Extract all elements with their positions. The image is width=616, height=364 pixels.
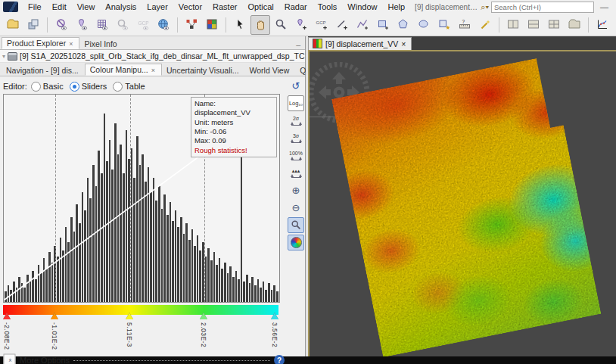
select-tool-button[interactable] xyxy=(230,15,250,35)
pinplus-icon xyxy=(295,18,308,31)
tool-window-tab-row: Navigation - [9] dis...Colour Manipu...×… xyxy=(0,63,305,76)
editor-radio-group: BasicSlidersTable xyxy=(31,82,145,92)
image-view-tab[interactable]: [9] displacement_VV × xyxy=(308,37,412,50)
tab-colour-manipu[interactable]: Colour Manipu...× xyxy=(85,64,162,76)
colour-slider-handle-4[interactable] xyxy=(271,313,278,319)
menu-analysis[interactable]: Analysis xyxy=(100,2,142,12)
close-icon[interactable]: × xyxy=(151,67,155,74)
layer-manager-button[interactable] xyxy=(23,15,43,35)
magic-wand-button[interactable] xyxy=(475,15,495,35)
menu-tools[interactable]: Tools xyxy=(313,2,343,12)
tree-expand-icon[interactable]: ▾ xyxy=(2,53,5,60)
figure-insert-tool-button[interactable] xyxy=(434,15,454,35)
folder-icon xyxy=(7,18,20,31)
menu-help[interactable]: Help xyxy=(382,2,410,12)
scene-viewer[interactable] xyxy=(308,50,616,356)
ellipse-tool-button[interactable] xyxy=(414,15,434,35)
graticule-overlay-toggle[interactable] xyxy=(92,15,112,35)
pin-insert-tool-button[interactable] xyxy=(291,15,311,35)
profile-plot-button[interactable] xyxy=(593,15,612,35)
menu-optical[interactable]: Optical xyxy=(242,2,278,12)
open-product-button[interactable] xyxy=(3,15,23,35)
graph-builder-button[interactable] xyxy=(182,15,201,35)
zoom-out-vertical-button[interactable]: ⊖ xyxy=(288,200,304,216)
chart-icon xyxy=(596,18,609,31)
colour-slider-handle-1[interactable] xyxy=(51,313,58,319)
mini-slider-icon xyxy=(291,174,301,178)
tile-grid-button[interactable] xyxy=(544,15,564,35)
tile-horizontally-button[interactable] xyxy=(524,15,543,35)
colour-slider-handle-0[interactable] xyxy=(3,313,11,319)
pan-tool-button[interactable] xyxy=(250,15,270,35)
tab-product-explorer[interactable]: Product Explorer× xyxy=(2,37,79,49)
no-data-overlay-toggle[interactable] xyxy=(51,15,71,35)
colour-slider-handle-2[interactable] xyxy=(126,313,133,319)
reset-to-defaults-button[interactable]: ↺ xyxy=(288,78,304,94)
stretch-100pct-button[interactable]: 100% xyxy=(288,148,304,163)
minimize-panel-icon[interactable]: – xyxy=(293,40,303,49)
editor-radio-basic[interactable]: Basic xyxy=(31,82,64,92)
menu-radar[interactable]: Radar xyxy=(279,2,313,12)
palette-chooser-button[interactable] xyxy=(288,235,304,250)
divider xyxy=(73,360,270,361)
nodata-icon xyxy=(55,18,68,31)
tab-pixel-info[interactable]: Pixel Info xyxy=(79,39,123,49)
glyph-icon: ⊕ xyxy=(292,185,300,195)
tile-vertically-button[interactable] xyxy=(503,15,523,35)
search-icon[interactable]: ⌕▾ xyxy=(481,2,489,12)
folder2-icon xyxy=(568,18,581,31)
zoom-in-vertical-button[interactable]: ⊕ xyxy=(288,182,304,198)
polygon-tool-button[interactable] xyxy=(394,15,413,35)
glyph-icon: ↺ xyxy=(292,81,300,91)
tab-uncertainty-visuali[interactable]: Uncertainty Visuali... xyxy=(162,65,245,76)
tileh-icon xyxy=(527,18,540,31)
menu-file[interactable]: File xyxy=(23,2,47,12)
world-map-overlay-toggle[interactable] xyxy=(154,15,173,35)
colour-slider-handle-3[interactable] xyxy=(200,313,207,319)
mini-slider-icon xyxy=(291,122,301,126)
menu-edit[interactable]: Edit xyxy=(47,2,72,12)
editor-radio-sliders[interactable]: Sliders xyxy=(70,82,107,92)
stretch-2sigma-button[interactable]: 2σ xyxy=(288,113,304,129)
band-name: Name: displacement_VV xyxy=(194,99,273,118)
editor-radio-table[interactable]: Table xyxy=(113,82,145,92)
menu-view[interactable]: View xyxy=(72,2,101,12)
more-options-label[interactable]: More Options xyxy=(20,356,70,364)
radio-label: Sliders xyxy=(82,82,107,91)
zoom-tool-button[interactable] xyxy=(271,15,291,35)
search-input[interactable] xyxy=(491,2,594,13)
pin-overlay-toggle[interactable] xyxy=(72,15,92,35)
rough-statistics-warning: Rough statistics! xyxy=(194,146,273,155)
close-icon[interactable]: × xyxy=(401,39,406,48)
range-finder-button[interactable]: ? xyxy=(455,15,474,35)
close-icon[interactable]: × xyxy=(69,40,73,48)
line-tool-button[interactable] xyxy=(332,15,352,35)
menu-window[interactable]: Window xyxy=(342,2,382,12)
svg-text:?: ? xyxy=(462,19,465,24)
product-tree-row[interactable]: ▾ [9] S1A_20251028_split_Orb_Stack_ifg_d… xyxy=(0,50,305,63)
dock-group-button[interactable] xyxy=(565,15,584,35)
menu-raster[interactable]: Raster xyxy=(207,2,242,12)
snap-application-window: FileEditViewAnalysisLayerVectorRasterOpt… xyxy=(0,0,616,364)
histogram-chart[interactable]: Name: displacement_VV Unit: meters Min: … xyxy=(3,94,280,303)
pixel-grid-button[interactable] xyxy=(202,15,222,35)
gcp-insert-tool-button[interactable]: GCP xyxy=(312,15,331,35)
stretch-3sigma-button[interactable]: 3σ xyxy=(288,130,304,146)
evenly-distribute-sliders-button[interactable]: ▴▴▴ xyxy=(288,165,304,181)
zoom-to-histogram-button[interactable] xyxy=(288,217,304,233)
tab-world-view[interactable]: World View xyxy=(245,65,296,76)
log10-display-button[interactable]: Log₁₀ xyxy=(288,95,304,111)
glyph-icon: ⊖ xyxy=(292,203,300,213)
slider-value-label: -2.08E-2 xyxy=(3,322,11,350)
tab-navigation-9-dis[interactable]: Navigation - [9] dis... xyxy=(2,65,85,76)
rectangle-tool-button[interactable] xyxy=(373,15,393,35)
menu-vector[interactable]: Vector xyxy=(173,2,207,12)
minimize-button[interactable]: — xyxy=(596,2,613,11)
help-button[interactable]: ? xyxy=(274,355,285,364)
displacement-raster-image[interactable] xyxy=(331,55,601,356)
colour-ramp-bar[interactable] xyxy=(3,305,278,315)
collapse-icon[interactable]: « xyxy=(4,354,16,364)
more-options-row: « More Options ? xyxy=(3,353,286,364)
menu-layer[interactable]: Layer xyxy=(142,2,173,12)
polyline-tool-button[interactable] xyxy=(353,15,372,35)
